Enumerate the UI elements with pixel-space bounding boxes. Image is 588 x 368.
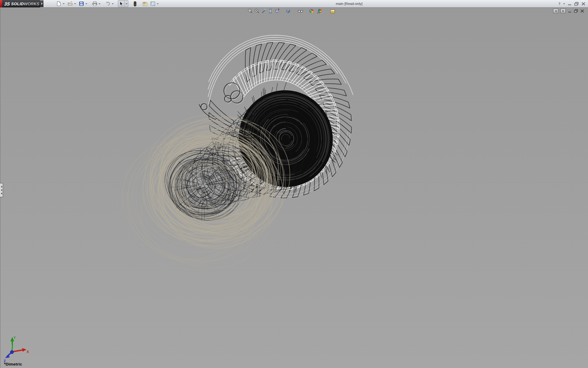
zoom-to-area-icon [254, 9, 259, 13]
view-orientation-icon [268, 9, 273, 13]
select-tool-group [118, 0, 128, 7]
left-triangle-icon [1, 189, 2, 191]
apply-scene-button[interactable] [316, 8, 323, 14]
shaded-cube-button[interactable] [285, 8, 292, 14]
save-dropdown[interactable] [85, 1, 88, 7]
save-button[interactable] [78, 1, 85, 7]
print-button[interactable] [92, 1, 98, 7]
view-settings-button[interactable] [329, 8, 336, 14]
hand-note-icon [142, 1, 148, 6]
view-orientation-button[interactable] [267, 8, 274, 14]
printer-icon [92, 1, 97, 6]
save-floppy-icon [79, 1, 84, 6]
help-dropdown[interactable] [563, 1, 565, 7]
orientation-triad: Y X Z [2, 335, 30, 363]
stoplight-icon [134, 1, 137, 6]
minimize-button[interactable] [568, 2, 572, 6]
new-document-icon [56, 1, 61, 6]
hide-show-items-button[interactable] [297, 8, 304, 14]
dropdown-arrow-icon [563, 3, 565, 4]
options-checklist-icon [150, 1, 155, 6]
document-window-controls [553, 9, 584, 13]
print-dropdown[interactable] [98, 1, 101, 7]
main-toolbar [51, 0, 159, 7]
eyeglasses-icon [298, 9, 303, 13]
viewport-3d-model[interactable] [0, 0, 588, 368]
undo-arrow-icon [105, 1, 111, 6]
edit-appearance-button[interactable] [308, 8, 315, 14]
headsup-view-toolbar [247, 8, 336, 14]
help-button[interactable]: ? [559, 1, 561, 6]
logo-works: WORKS [24, 2, 40, 6]
section-knife-icon [261, 9, 266, 13]
solidworks-logo: 3S SOLIDWORKS [2, 0, 40, 7]
new-document-dropdown[interactable] [62, 1, 65, 7]
dropdown-arrow-icon [126, 3, 127, 4]
titlebar-controls: ? [559, 0, 586, 7]
view-orientation-label: *Dimetric [4, 362, 22, 366]
open-dropdown[interactable] [73, 1, 77, 7]
cursor-arrow-icon [119, 1, 123, 6]
close-button[interactable] [581, 2, 586, 6]
options-button[interactable] [150, 1, 156, 7]
left-triangle-icon [1, 186, 2, 188]
appearance-sphere-icon [309, 9, 314, 13]
brand-accent-stripe [0, 0, 2, 7]
previous-pane-button[interactable] [553, 9, 558, 13]
next-pane-button[interactable] [560, 9, 566, 13]
view-settings-icon [330, 9, 335, 13]
open-folder-icon [68, 1, 73, 6]
ds-mark: 3S [4, 1, 10, 6]
restore-button[interactable] [574, 2, 579, 6]
shaded-cube-icon [286, 9, 291, 13]
triad-y-label: Y [13, 336, 16, 339]
zoom-to-fit-button[interactable] [247, 8, 254, 14]
display-style-icon [275, 9, 280, 13]
featuremanager-collapsed-tab[interactable] [0, 183, 3, 197]
dropdown-arrow-icon [74, 3, 76, 4]
solidworks-window: 3S SOLIDWORKS [0, 0, 588, 368]
zoom-to-area-button[interactable] [254, 8, 260, 14]
zoom-to-fit-icon [248, 9, 253, 13]
dropdown-arrow-icon [112, 3, 114, 4]
dropdown-arrow-icon [85, 3, 87, 4]
triad-x-label: X [27, 350, 29, 354]
rebuild-button[interactable] [132, 1, 138, 7]
left-triangle-icon [1, 193, 2, 194]
new-document-button[interactable] [56, 1, 62, 7]
minimize-doc-button[interactable] [568, 9, 572, 13]
select-tool-dropdown[interactable] [125, 1, 128, 7]
right-triangle-icon [563, 10, 564, 12]
menu-flyout-arrow[interactable] [40, 0, 43, 7]
dropdown-arrow-icon [157, 3, 159, 4]
display-style-button[interactable] [274, 8, 281, 14]
undo-dropdown[interactable] [111, 1, 114, 7]
logo-solid: SOLID [11, 2, 24, 6]
options-dropdown[interactable] [156, 1, 159, 7]
scene-sphere-icon [317, 9, 322, 13]
dropdown-arrow-icon [99, 3, 100, 4]
undo-button[interactable] [105, 1, 111, 7]
window-title: main [Read-only] [336, 0, 363, 7]
open-button[interactable] [67, 1, 73, 7]
file-properties-button[interactable] [142, 1, 148, 7]
dropdown-arrow-icon [63, 3, 65, 4]
left-triangle-icon [555, 10, 556, 12]
section-view-button[interactable] [260, 8, 267, 14]
close-doc-button[interactable] [580, 9, 584, 13]
restore-doc-button[interactable] [574, 9, 578, 13]
titlebar: 3S SOLIDWORKS [0, 0, 588, 8]
right-triangle-icon [41, 2, 43, 5]
select-tool-button[interactable] [118, 1, 125, 7]
